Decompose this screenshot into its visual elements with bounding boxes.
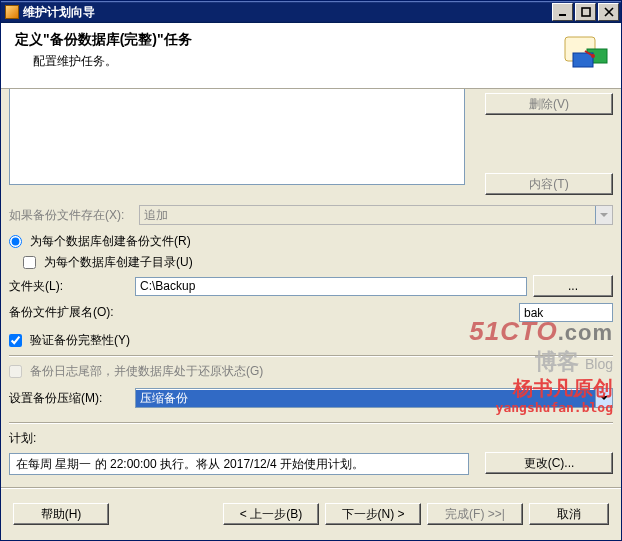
minimize-button[interactable] xyxy=(552,3,573,21)
next-label: 下一步(N) > xyxy=(342,506,405,523)
delete-button: 删除(V) xyxy=(485,93,613,115)
svg-rect-0 xyxy=(559,14,566,16)
if-exists-value: 追加 xyxy=(140,207,595,224)
ext-input[interactable] xyxy=(519,303,613,322)
maximize-button[interactable] xyxy=(575,3,596,21)
page-subtitle: 配置维护任务。 xyxy=(15,53,563,70)
separator xyxy=(9,355,613,357)
finish-button: 完成(F) >>| xyxy=(427,503,523,525)
folder-label: 文件夹(L): xyxy=(9,278,135,295)
compression-combo[interactable]: 压缩备份 xyxy=(135,388,613,408)
separator xyxy=(9,422,613,424)
close-button[interactable] xyxy=(598,3,619,21)
verify-checkbox[interactable] xyxy=(9,334,22,347)
back-button[interactable]: < 上一步(B) xyxy=(223,503,319,525)
wizard-header: 定义"备份数据库(完整)"任务 配置维护任务。 xyxy=(1,23,621,89)
folder-input[interactable] xyxy=(135,277,527,296)
header-graphic xyxy=(563,31,611,75)
schedule-text: 在每周 星期一 的 22:00:00 执行。将从 2017/12/4 开始使用计… xyxy=(9,453,469,475)
create-subdir-checkbox[interactable] xyxy=(23,256,36,269)
page-title: 定义"备份数据库(完整)"任务 xyxy=(15,31,563,49)
browse-folder-button[interactable]: ... xyxy=(533,275,613,297)
create-subdir-label: 为每个数据库创建子目录(U) xyxy=(44,254,193,271)
schedule-label: 计划: xyxy=(9,430,36,447)
window: 维护计划向导 定义"备份数据库(完整)"任务 配置维护任务。 删除(V) 内容(… xyxy=(0,0,622,541)
app-icon xyxy=(5,5,19,19)
taillog-checkbox xyxy=(9,365,22,378)
change-schedule-button[interactable]: 更改(C)... xyxy=(485,452,613,474)
compression-value: 压缩备份 xyxy=(136,390,595,407)
window-title: 维护计划向导 xyxy=(23,4,550,21)
help-button[interactable]: 帮助(H) xyxy=(13,503,109,525)
cancel-button[interactable]: 取消 xyxy=(529,503,609,525)
wizard-body: 删除(V) 内容(T) 如果备份文件存在(X): 追加 为每个数据库创建备份文件… xyxy=(1,89,621,475)
ext-label: 备份文件扩展名(O): xyxy=(9,304,519,321)
chevron-down-icon xyxy=(595,206,612,224)
wizard-footer: 帮助(H) < 上一步(B) 下一步(N) > 完成(F) >>| 取消 xyxy=(1,487,621,540)
content-button: 内容(T) xyxy=(485,173,613,195)
schedule-value: 在每周 星期一 的 22:00:00 执行。将从 2017/12/4 开始使用计… xyxy=(16,456,364,473)
verify-label: 验证备份完整性(Y) xyxy=(30,332,130,349)
if-exists-label: 如果备份文件存在(X): xyxy=(9,207,139,224)
backup-files-list[interactable] xyxy=(9,89,465,185)
create-file-per-db-label: 为每个数据库创建备份文件(R) xyxy=(30,233,191,250)
if-exists-combo: 追加 xyxy=(139,205,613,225)
svg-point-5 xyxy=(591,54,595,58)
next-button[interactable]: 下一步(N) > xyxy=(325,503,421,525)
chevron-down-icon[interactable] xyxy=(595,389,612,407)
titlebar: 维护计划向导 xyxy=(1,1,621,23)
create-file-per-db-radio[interactable] xyxy=(9,235,22,248)
compression-label: 设置备份压缩(M): xyxy=(9,390,135,407)
svg-rect-1 xyxy=(582,8,590,16)
taillog-label: 备份日志尾部，并使数据库处于还原状态(G) xyxy=(30,363,263,380)
